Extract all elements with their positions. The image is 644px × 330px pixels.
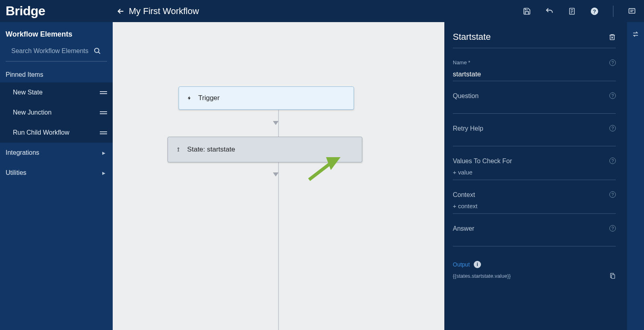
svg-line-16 — [309, 164, 330, 180]
pinned-list: New State New Junction Run Child Workflo… — [0, 82, 113, 143]
chevron-right-icon: ▶ — [102, 151, 105, 155]
brand-logo: Bridge — [0, 4, 113, 18]
svg-rect-21 — [611, 275, 615, 278]
field-help-icon[interactable]: ? — [609, 191, 616, 198]
field-question: Question ? — [453, 92, 616, 114]
undo-icon — [545, 7, 554, 16]
sidebar-group-integrations[interactable]: Integrations ▶ — [0, 143, 113, 163]
state-icon — [175, 146, 182, 153]
pinned-item-new-state[interactable]: New State — [0, 82, 113, 102]
info-icon[interactable]: i — [474, 261, 481, 268]
workflow-canvas[interactable]: Trigger State: startstate — [113, 22, 444, 330]
workflow-title: My First Workflow — [129, 6, 199, 16]
arrow-left-icon — [116, 7, 125, 16]
svg-point-9 — [95, 48, 99, 53]
drag-handle-icon[interactable] — [100, 131, 107, 134]
pinned-item-label: Run Child Workflow — [13, 129, 69, 136]
right-rail — [627, 22, 644, 330]
sidebar: Workflow Elements Pinned Items New State… — [0, 22, 113, 330]
question-input[interactable] — [453, 102, 616, 112]
field-label: Name * — [453, 59, 616, 66]
field-label: Question — [453, 92, 616, 100]
pinned-item-label: New Junction — [13, 109, 52, 116]
field-name: Name * ? — [453, 59, 616, 81]
sidebar-group-utilities[interactable]: Utilities ▶ — [0, 163, 113, 183]
edge — [278, 162, 279, 330]
field-help-icon[interactable]: ? — [609, 158, 616, 164]
node-trigger[interactable]: Trigger — [178, 86, 354, 110]
field-help-icon[interactable]: ? — [609, 59, 616, 66]
top-bar: Bridge My First Workflow ? — [0, 0, 644, 22]
output-expression: {{states.startstate.value}} — [453, 273, 511, 279]
search-icon[interactable] — [93, 47, 101, 55]
delete-button[interactable] — [609, 33, 616, 41]
field-help-icon[interactable]: ? — [609, 225, 616, 232]
swap-icon — [632, 31, 639, 38]
drag-handle-icon[interactable] — [100, 111, 107, 114]
pinned-item-new-junction[interactable]: New Junction — [0, 102, 113, 123]
pinned-item-label: New State — [13, 89, 43, 96]
field-help-icon[interactable]: ? — [609, 92, 616, 99]
save-button[interactable] — [522, 6, 532, 16]
node-label: Trigger — [198, 94, 219, 102]
swap-panel-button[interactable] — [631, 29, 640, 39]
properties-panel: Startstate Name * ? Question ? Retry Hel… — [444, 22, 627, 330]
sidebar-group-label: Integrations — [6, 149, 39, 156]
retry-help-input[interactable] — [453, 135, 616, 144]
document-icon — [568, 7, 576, 15]
node-label: State: startstate — [187, 146, 235, 154]
arrowhead-icon — [273, 121, 279, 125]
copy-button[interactable] — [609, 272, 616, 279]
field-retry-help: Retry Help ? — [453, 125, 616, 146]
help-button[interactable]: ? — [590, 6, 599, 16]
toolbar-icons: ? — [522, 6, 637, 17]
sidebar-header: Workflow Elements — [0, 22, 113, 45]
svg-line-10 — [99, 52, 100, 54]
name-input[interactable] — [453, 70, 616, 79]
save-icon — [523, 7, 531, 15]
comment-icon — [628, 7, 636, 15]
output-label[interactable]: Output — [453, 261, 470, 268]
toolbar-divider — [613, 6, 613, 17]
arrowhead-icon — [273, 172, 279, 176]
search-field-wrap — [6, 45, 107, 61]
chevron-right-icon: ▶ — [102, 171, 105, 175]
output-row: Output i — [453, 261, 616, 268]
field-values-to-check: Values To Check For + value ? — [453, 158, 616, 180]
field-context: Context + context ? — [453, 191, 616, 214]
field-help-icon[interactable]: ? — [609, 125, 616, 131]
field-label: Values To Check For — [453, 158, 616, 165]
pinned-section-title: Pinned Items — [0, 67, 113, 82]
node-state[interactable]: State: startstate — [167, 137, 362, 162]
sidebar-group-label: Utilities — [6, 169, 27, 176]
answer-input[interactable] — [453, 235, 616, 244]
svg-rect-6 — [629, 8, 635, 13]
field-answer: Answer ? — [453, 225, 616, 246]
lightning-icon — [186, 95, 192, 101]
trash-icon — [609, 33, 616, 41]
copy-icon — [609, 272, 616, 279]
comments-button[interactable] — [627, 6, 637, 16]
field-label: Retry Help — [453, 125, 616, 132]
panel-title: Startstate — [453, 32, 491, 42]
add-value-button[interactable]: + value — [453, 167, 473, 178]
help-icon: ? — [590, 7, 599, 16]
field-label: Context — [453, 191, 616, 199]
svg-text:?: ? — [593, 8, 596, 14]
pinned-item-run-child-workflow[interactable]: Run Child Workflow — [0, 123, 113, 143]
drag-handle-icon[interactable] — [100, 91, 107, 94]
search-input[interactable] — [11, 45, 93, 57]
add-context-button[interactable]: + context — [453, 201, 477, 212]
svg-point-11 — [178, 148, 179, 149]
field-label: Answer — [453, 225, 616, 232]
back-button[interactable] — [113, 7, 129, 16]
undo-button[interactable] — [545, 6, 554, 16]
notes-button[interactable] — [567, 6, 577, 16]
